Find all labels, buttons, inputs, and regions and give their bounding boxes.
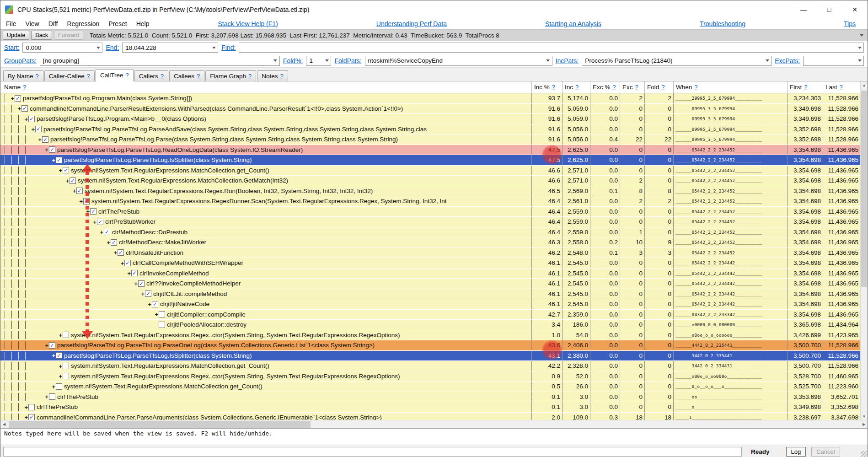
row-checkbox[interactable]	[63, 373, 69, 379]
tab-by-name[interactable]: By Name?	[3, 70, 43, 81]
tree-expander-icon[interactable]: +	[86, 208, 90, 215]
tree-expander-icon[interactable]: +	[52, 352, 55, 359]
tree-row[interactable]: +clr!ThePreStub0.13.00.000______o_______…	[0, 402, 860, 413]
tree-expander-icon[interactable]: +	[31, 126, 35, 133]
help-link-starting-an-analysis[interactable]: Starting an Analysis	[545, 20, 601, 27]
tree-row[interactable]: +✓clrjit!jitNativeCode46.12,545.00.000__…	[0, 299, 860, 310]
row-checkbox[interactable]	[63, 363, 69, 369]
row-checkbox[interactable]: ✓	[111, 239, 117, 246]
tree-row[interactable]: +✓commandline!CommandLine.ParserResultEx…	[0, 104, 860, 114]
row-checkbox[interactable]: ✓	[138, 280, 145, 287]
foldpats-combo[interactable]: ntoskrnl!%ServiceCopyEnd	[365, 56, 552, 66]
row-checkbox[interactable]: ✓	[42, 136, 48, 143]
column-help-link[interactable]: ?	[804, 84, 807, 91]
col-header-exc[interactable]: Exc %?	[590, 81, 620, 93]
row-checkbox[interactable]: ✓	[15, 95, 21, 102]
tree-expander-icon[interactable]: +	[45, 342, 48, 349]
row-checkbox[interactable]: ✓	[118, 249, 124, 256]
chevron-down-icon[interactable]	[210, 43, 218, 52]
vertical-scrollbar[interactable]: ▲ ▼	[860, 81, 868, 420]
column-help-link[interactable]: ?	[23, 84, 26, 91]
scroll-right-arrow-icon[interactable]: ▶	[860, 420, 868, 428]
tree-row[interactable]: +system.ni!System.Text.RegularExpression…	[0, 382, 860, 392]
tab-flame-graph[interactable]: Flame Graph?	[205, 70, 256, 81]
scroll-up-arrow-icon[interactable]: ▲	[861, 81, 868, 89]
tree-expander-icon[interactable]: +	[79, 198, 83, 204]
chevron-down-icon[interactable]	[856, 56, 863, 65]
row-checkbox[interactable]: ✓	[83, 198, 90, 204]
tree-row[interactable]: +✓system.ni!System.Text.RegularExpressio…	[0, 186, 860, 197]
tree-expander-icon[interactable]: +	[24, 403, 28, 410]
tree-row[interactable]: +✓parsetfslog!ParseTfsLog.ParseTfsLog.Re…	[0, 145, 860, 156]
tab-help-link[interactable]: ?	[280, 73, 284, 80]
row-checkbox[interactable]	[28, 404, 35, 410]
row-checkbox[interactable]	[159, 311, 165, 317]
column-help-link[interactable]: ?	[575, 84, 579, 91]
update-button[interactable]: Update	[3, 31, 29, 40]
tab-help-link[interactable]: ?	[248, 73, 252, 80]
tree-expander-icon[interactable]: +	[107, 239, 110, 246]
tree-expander-icon[interactable]: +	[113, 249, 117, 256]
close-button[interactable]: ✕	[842, 0, 868, 18]
tree-row[interactable]: +✓parsetfslog!ParseTfsLog.ParseTfsLog.Pa…	[0, 124, 860, 135]
col-header-inc[interactable]: Inc?	[562, 81, 590, 93]
tree-row[interactable]: +✓clr!MethodDesc::DoPrestub46.42,559.00.…	[0, 227, 860, 238]
tree-row[interactable]: +✓clr!PreStubWorker46.42,559.00.000_____…	[0, 217, 860, 227]
tree-row[interactable]: +system.ni!System.Text.RegularExpression…	[0, 361, 860, 371]
col-header-first[interactable]: First?	[787, 81, 823, 93]
chevron-down-icon[interactable]	[856, 43, 863, 52]
help-link-tips[interactable]: Tips	[844, 20, 856, 27]
tree-row[interactable]: +✓parsetfslog!ParseTfsLog.ParseTfsLog.Pa…	[0, 134, 860, 145]
column-help-link[interactable]: ?	[840, 84, 843, 91]
column-help-link[interactable]: ?	[661, 84, 664, 91]
row-checkbox[interactable]	[49, 393, 55, 400]
row-checkbox[interactable]: ✓	[104, 229, 110, 235]
tab-help-link[interactable]: ?	[197, 73, 200, 80]
row-checkbox[interactable]: ✓	[49, 146, 55, 153]
tree-expander-icon[interactable]: +	[120, 259, 124, 266]
horizontal-scroll-thumb[interactable]	[9, 421, 311, 428]
column-help-link[interactable]: ?	[552, 84, 555, 91]
excpats-label-link[interactable]: ExcPats:	[775, 57, 800, 65]
tree-row[interactable]: +✓clr!??invokeCompileMethodHelper46.12,5…	[0, 279, 860, 289]
excpats-combo[interactable]	[803, 56, 864, 66]
tree-expander-icon[interactable]: +	[134, 280, 138, 287]
col-header-exc[interactable]: Exc?	[620, 81, 644, 93]
back-button[interactable]: Back	[31, 31, 52, 40]
help-link-stack-view-help-f1[interactable]: Stack View Help (F1)	[218, 20, 278, 27]
grouppats-label-link[interactable]: GroupPats:	[4, 57, 37, 65]
tree-expander-icon[interactable]: +	[17, 105, 21, 112]
tree-expander-icon[interactable]: +	[11, 95, 14, 102]
menu-regression[interactable]: Regression	[67, 20, 99, 27]
tree-row[interactable]: +✓parsetfslog!ParseTfsLog.ParseTfsLog.Is…	[0, 155, 860, 166]
column-help-link[interactable]: ?	[694, 84, 697, 91]
tree-row[interactable]: +✓system.ni!System.Text.RegularExpressio…	[0, 176, 860, 186]
menu-view[interactable]: View	[26, 20, 39, 27]
scroll-down-arrow-icon[interactable]: ▼	[861, 413, 868, 420]
find-label-link[interactable]: Find:	[221, 44, 236, 51]
row-checkbox[interactable]: ✓	[97, 219, 103, 225]
tree-expander-icon[interactable]: +	[38, 136, 42, 143]
tab-calltree[interactable]: CallTree?	[96, 69, 134, 81]
row-checkbox[interactable]: ✓	[35, 126, 42, 132]
tree-row[interactable]: +✓system.ni!System.Text.RegularExpressio…	[0, 196, 860, 207]
column-help-link[interactable]: ?	[612, 84, 616, 91]
col-header-fold[interactable]: Fold?	[644, 81, 673, 93]
grouppats-combo[interactable]: [no grouping]	[40, 56, 280, 66]
tree-expander-icon[interactable]: +	[93, 218, 96, 225]
tree-expander-icon[interactable]: +	[52, 383, 55, 390]
tab-notes[interactable]: Notes?	[257, 70, 288, 81]
menu-diff[interactable]: Diff	[48, 20, 58, 27]
tree-expander-icon[interactable]: +	[65, 177, 69, 184]
row-checkbox[interactable]: ✓	[21, 105, 28, 112]
tree-row[interactable]: +✓parsetfslog!ParseTfsLog.ParseTfsLog.Is…	[0, 351, 860, 361]
col-header-when[interactable]: When?	[673, 81, 787, 93]
vertical-scroll-thumb[interactable]	[861, 91, 867, 287]
row-checkbox[interactable]: ✓	[56, 352, 62, 359]
row-checkbox[interactable]: ✓	[152, 301, 158, 307]
maximize-button[interactable]: □	[816, 0, 842, 18]
tree-expander-icon[interactable]: +	[45, 146, 48, 153]
tab-help-link[interactable]: ?	[161, 73, 164, 80]
menu-preset[interactable]: Preset	[108, 20, 127, 27]
row-checkbox[interactable]: ✓	[49, 342, 55, 349]
